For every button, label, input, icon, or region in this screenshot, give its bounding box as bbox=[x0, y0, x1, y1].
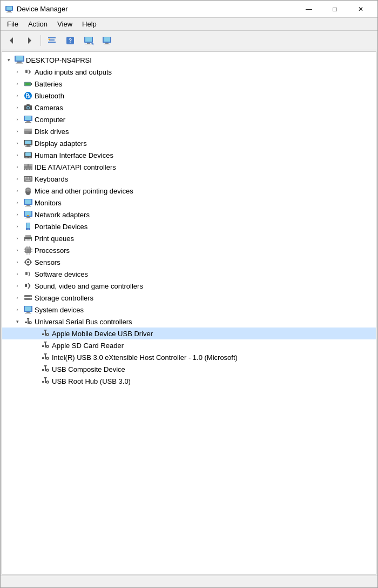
forward-icon bbox=[25, 36, 35, 45]
svg-rect-136 bbox=[42, 357, 44, 359]
display-icon bbox=[23, 138, 33, 148]
tree-item-usb-composite[interactable]: › USB Composite Device bbox=[2, 363, 376, 375]
system-expand-icon[interactable]: › bbox=[13, 305, 22, 314]
usb-expand-icon[interactable]: ▾ bbox=[13, 317, 22, 326]
sound-label: Sound, video and game controllers bbox=[35, 282, 143, 290]
tree-item-storage[interactable]: › Storage controllers bbox=[2, 292, 376, 304]
svg-rect-73 bbox=[27, 189, 28, 191]
processors-label: Processors bbox=[35, 246, 70, 255]
tree-item-display[interactable]: › Display adapters bbox=[2, 137, 376, 149]
minimize-button[interactable]: — bbox=[296, 2, 321, 17]
svg-marker-140 bbox=[44, 365, 47, 368]
tree-item-sensors[interactable]: › Sensors bbox=[2, 256, 376, 268]
svg-rect-8 bbox=[48, 42, 56, 43]
hid-label: Human Interface Devices bbox=[35, 151, 113, 159]
mice-label: Mice and other pointing devices bbox=[35, 187, 133, 195]
help-button[interactable]: ? bbox=[62, 33, 79, 48]
tree-item-ide[interactable]: › IDE ATA/ATAPI controllers bbox=[2, 161, 376, 173]
forward-button[interactable] bbox=[21, 33, 38, 48]
tree-item-keyboards[interactable]: › Keyboar bbox=[2, 173, 376, 185]
tree-item-processors[interactable]: › Process bbox=[2, 244, 376, 256]
sensors-expand-icon[interactable]: › bbox=[13, 258, 22, 266]
tree-item-usb-hub[interactable]: › USB Root Hub (USB 3.0) bbox=[2, 375, 376, 387]
cameras-expand-icon[interactable]: › bbox=[13, 103, 22, 112]
tree-item-cameras[interactable]: › Cameras bbox=[2, 102, 376, 113]
svg-marker-135 bbox=[44, 353, 47, 356]
sensors-icon bbox=[23, 257, 33, 267]
tree-item-bluetooth[interactable]: › ℞ Bluetooth bbox=[2, 90, 376, 102]
tree-item-apple-usb[interactable]: › Apple Mobile Device USB Driver bbox=[2, 328, 376, 339]
print-expand-icon[interactable]: › bbox=[13, 234, 22, 243]
svg-rect-23 bbox=[17, 62, 22, 63]
tree-item-mice[interactable]: › Mice and other pointing devices bbox=[2, 185, 376, 197]
run-button[interactable] bbox=[80, 33, 97, 48]
svg-rect-27 bbox=[31, 83, 32, 85]
apple-usb-label: Apple Mobile Device USB Driver bbox=[52, 330, 153, 338]
menu-help[interactable]: Help bbox=[78, 19, 101, 29]
sound-icon bbox=[23, 281, 33, 291]
tree-item-apple-sd[interactable]: › Apple SD Card Reader bbox=[2, 339, 376, 351]
svg-rect-74 bbox=[28, 189, 29, 191]
tree-item-intel-usb[interactable]: › Intel(R) USB 3.0 eXtensible Host Contr… bbox=[2, 351, 376, 363]
tree-item-computer[interactable]: › Computer bbox=[2, 113, 376, 125]
computer-button[interactable] bbox=[98, 33, 116, 48]
batteries-expand-icon[interactable]: › bbox=[13, 79, 22, 88]
title-bar-controls: — □ ✕ bbox=[296, 2, 373, 17]
device-tree: ▾ DESKTOP-NS4PRSI › bbox=[2, 52, 376, 389]
root-computer-icon bbox=[15, 55, 24, 65]
tree-root[interactable]: ▾ DESKTOP-NS4PRSI bbox=[2, 54, 376, 66]
software-expand-icon[interactable]: › bbox=[13, 270, 22, 278]
tree-item-usb[interactable]: ▾ Universal Serial Bus controllers bbox=[2, 316, 376, 328]
svg-point-105 bbox=[27, 261, 29, 263]
keyboards-expand-icon[interactable]: › bbox=[13, 175, 22, 183]
mice-expand-icon[interactable]: › bbox=[13, 186, 22, 195]
tree-item-monitors[interactable]: › Monitors bbox=[2, 197, 376, 209]
processors-expand-icon[interactable]: › bbox=[13, 246, 22, 255]
svg-rect-25 bbox=[25, 70, 28, 73]
audio-expand-icon[interactable]: › bbox=[13, 68, 22, 76]
show-hide-button[interactable] bbox=[43, 33, 60, 48]
tree-item-hid[interactable]: › Human Interface Devices bbox=[2, 149, 376, 161]
computer-expand-icon[interactable]: › bbox=[13, 115, 22, 124]
display-expand-icon[interactable]: › bbox=[13, 139, 22, 148]
storage-expand-icon[interactable]: › bbox=[13, 293, 22, 302]
tree-item-disk[interactable]: › Disk drives bbox=[2, 125, 376, 137]
computer-icon bbox=[102, 36, 112, 45]
disk-expand-icon[interactable]: › bbox=[13, 127, 22, 136]
svg-rect-146 bbox=[42, 381, 44, 383]
portable-label: Portable Devices bbox=[35, 223, 87, 231]
usb-composite-label: USB Composite Device bbox=[52, 365, 125, 373]
maximize-button[interactable]: □ bbox=[322, 2, 347, 17]
tree-item-software[interactable]: › Software devices bbox=[2, 268, 376, 280]
network-expand-icon[interactable]: › bbox=[13, 210, 22, 219]
menu-file[interactable]: File bbox=[3, 19, 23, 29]
sound-expand-icon[interactable]: › bbox=[13, 282, 22, 290]
tree-item-print[interactable]: › Print queues bbox=[2, 232, 376, 244]
bluetooth-expand-icon[interactable]: › bbox=[13, 91, 22, 100]
monitors-expand-icon[interactable]: › bbox=[13, 198, 22, 207]
monitors-label: Monitors bbox=[35, 199, 62, 207]
usb-icon bbox=[23, 317, 33, 326]
svg-rect-62 bbox=[26, 177, 28, 178]
tree-content[interactable]: ▾ DESKTOP-NS4PRSI › bbox=[2, 51, 376, 574]
mice-icon bbox=[23, 186, 33, 196]
tree-item-sound[interactable]: › Sound, video and game controllers bbox=[2, 280, 376, 292]
tree-item-system[interactable]: › System devices bbox=[2, 304, 376, 316]
portable-expand-icon[interactable]: › bbox=[13, 222, 22, 231]
network-label: Network adapters bbox=[35, 211, 90, 219]
back-button[interactable] bbox=[3, 33, 20, 48]
ide-expand-icon[interactable]: › bbox=[13, 163, 22, 171]
tree-item-network[interactable]: › Network adapters bbox=[2, 209, 376, 220]
tree-item-audio[interactable]: › Audio inputs and outputs bbox=[2, 66, 376, 78]
device-manager-window: Device Manager — □ ✕ File Action View He… bbox=[0, 0, 378, 588]
svg-point-137 bbox=[46, 357, 49, 359]
root-expand-icon[interactable]: ▾ bbox=[4, 56, 13, 64]
title-icon bbox=[5, 5, 14, 14]
system-label: System devices bbox=[35, 306, 84, 314]
hid-expand-icon[interactable]: › bbox=[13, 151, 22, 159]
menu-action[interactable]: Action bbox=[24, 19, 52, 29]
menu-view[interactable]: View bbox=[53, 19, 77, 29]
tree-item-portable[interactable]: › Portable Devices bbox=[2, 220, 376, 232]
close-button[interactable]: ✕ bbox=[348, 2, 373, 17]
tree-item-batteries[interactable]: › Batteries bbox=[2, 78, 376, 90]
